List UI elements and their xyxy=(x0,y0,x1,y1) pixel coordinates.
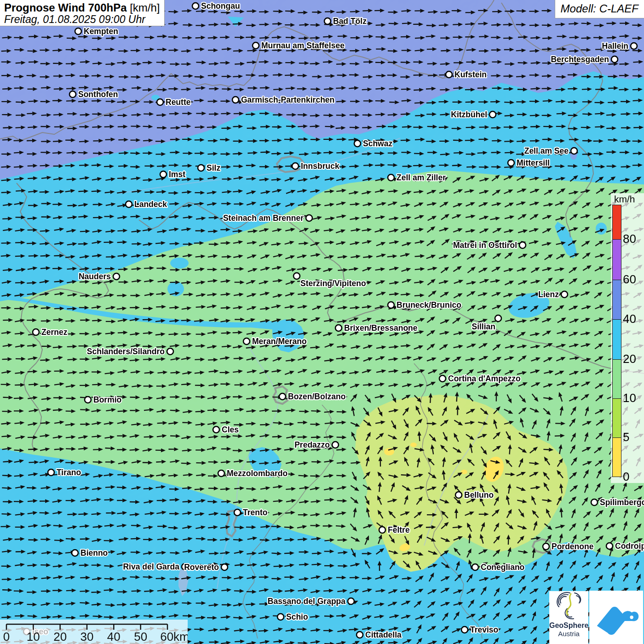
city-marker-murnau-am-staffelsee xyxy=(253,42,259,49)
city-marker-bassano-del-grappa xyxy=(348,598,354,604)
city-marker-sonthofen xyxy=(69,91,76,98)
city-marker-pordenone xyxy=(543,543,549,550)
city-label-pordenone: Pordenone xyxy=(552,542,594,551)
scalebar-label: 10 xyxy=(27,630,40,644)
city-label-predazzo: Predazzo xyxy=(294,440,330,449)
geosphere-wordmark: GeoSphere xyxy=(549,621,588,630)
city-marker-lienz xyxy=(561,291,568,298)
city-marker-conegliano xyxy=(472,564,478,570)
city-label-garmisch-partenkirchen: Garmisch-Partenkirchen xyxy=(241,95,334,104)
legend-band-60 xyxy=(612,239,621,280)
city-marker-trento xyxy=(234,509,241,516)
city-marker-feltre xyxy=(379,527,385,533)
city-label-codroipo: Codroipo xyxy=(615,541,644,551)
legend-band-40 xyxy=(612,280,621,319)
city-marker-bormio xyxy=(85,397,91,403)
city-marker-cles xyxy=(213,426,219,433)
city-marker-bozen-bolzano xyxy=(279,393,286,400)
city-label-zell-am-ziller: Zell am Ziller xyxy=(397,173,446,182)
city-marker-brixen-bressanone xyxy=(335,325,342,331)
city-label-murnau-am-staffelsee: Murnau am Staffelsee xyxy=(261,41,345,50)
city-label-lienz: Lienz xyxy=(538,290,559,299)
city-marker-schlanders-silandro xyxy=(167,348,173,355)
city-marker-kempten xyxy=(75,28,81,34)
city-label-kufstein: Kufstein xyxy=(454,70,487,79)
city-marker-silz xyxy=(198,165,204,171)
scalebar-label: 30 xyxy=(80,630,94,644)
city-label-sterzing-vipiteno: Sterzing/Vipiteno xyxy=(300,279,366,288)
legend-band-5 xyxy=(612,398,621,437)
city-label-kitzb-hel: Kitzbühel xyxy=(451,110,487,119)
scalebar-label: 0 xyxy=(3,630,10,644)
city-label-silz: Silz xyxy=(207,163,220,172)
scalebar-label: 60km xyxy=(160,630,188,644)
legend-tick-5: 5 xyxy=(623,430,629,444)
city-label-bad-t-lz: Bad Tölz xyxy=(333,17,367,26)
city-marker-berchtesgaden xyxy=(611,56,618,63)
city-label-schlanders-silandro: Schlanders/Silandro xyxy=(87,347,165,356)
legend-tick-80: 80 xyxy=(623,232,636,246)
city-label-brixen-bressanone: Brixen/Bressanone xyxy=(344,323,418,333)
city-label-matrei-in-osttirol: Matrei in Osttirol xyxy=(453,241,517,250)
city-label-berchtesgaden: Berchtesgaden xyxy=(551,55,609,64)
city-marker-landeck xyxy=(126,201,132,207)
city-label-steinach-am-brenner: Steinach am Brenner xyxy=(223,213,304,223)
city-label-landeck: Landeck xyxy=(134,200,167,209)
city-marker-mezzolombardo xyxy=(218,470,224,477)
city-marker-schio xyxy=(277,614,284,620)
legend: km/h 806040201050 xyxy=(611,193,644,483)
city-marker-kitzb-hel xyxy=(489,111,496,118)
city-label-cles: Cles xyxy=(222,425,239,434)
city-marker-cittadella xyxy=(356,632,363,638)
city-label-trento: Trento xyxy=(243,508,267,517)
city-label-feltre: Feltre xyxy=(388,525,410,535)
scalebar-label: 50 xyxy=(134,630,147,644)
distance-scale-ruler: 0102030405060km xyxy=(0,620,188,644)
legend-band-80 xyxy=(612,205,621,239)
city-label-treviso: Treviso xyxy=(470,625,498,634)
legend-band-0 xyxy=(612,437,621,477)
city-marker-bruneck-brunico xyxy=(388,302,394,308)
city-marker-steinach-am-brenner xyxy=(306,215,312,221)
city-marker-schwaz xyxy=(354,140,361,147)
city-label-tirano: Tirano xyxy=(57,468,81,477)
city-marker-imst xyxy=(160,171,167,178)
city-label-sonthofen: Sonthofen xyxy=(78,90,118,99)
city-marker-predazzo xyxy=(332,442,339,448)
city-label-schongau: Schongau xyxy=(201,1,240,11)
title-box: Prognose Wind 700hPa [km/h] Freitag, 01.… xyxy=(0,0,165,26)
forecast-datetime: Freitag, 01.08.2025 09:00 Uhr xyxy=(4,13,160,26)
geosphere-logo: GeoSphere Austria xyxy=(549,591,588,644)
city-label-meran-merano: Meran/Merano xyxy=(252,337,307,346)
city-marker-bienno xyxy=(72,550,78,556)
city-label-mezzolombardo: Mezzolombardo xyxy=(227,469,288,478)
city-marker-meran-merano xyxy=(243,338,250,345)
city-marker-nauders xyxy=(113,273,120,280)
city-label-kempten: Kempten xyxy=(84,27,118,36)
city-marker-zell-am-see xyxy=(571,148,577,154)
city-marker-schongau xyxy=(192,3,199,9)
city-marker-cortina-d-ampezzo xyxy=(439,375,446,382)
city-label-nauders: Nauders xyxy=(79,272,111,281)
city-marker-zell-am-ziller xyxy=(388,174,394,181)
city-label-imst: Imst xyxy=(169,170,185,179)
city-label-bassano-del-grappa: Bassano del Grappa xyxy=(268,597,345,606)
page-title: Prognose Wind 700hPa [km/h] xyxy=(4,1,160,14)
city-marker-garmisch-partenkirchen xyxy=(232,97,239,103)
city-marker-innsbruck xyxy=(292,163,299,169)
city-label-bormio: Bormio xyxy=(93,395,121,404)
city-marker-belluno xyxy=(455,492,462,498)
city-marker-sterzing-vipiteno xyxy=(293,273,300,279)
city-marker-treviso xyxy=(461,627,468,633)
weather-map-screenshot: SchongauBad TölzKemptenMurnau am Staffel… xyxy=(0,0,644,644)
mountain-cloud-icon xyxy=(589,591,643,644)
city-label-riva-del-garda: Riva del Garda xyxy=(123,562,179,571)
city-label-cortina-d-ampezzo: Cortina d'Ampezzo xyxy=(448,374,521,383)
scalebar-label: 20 xyxy=(53,630,67,644)
city-marker-hallein xyxy=(631,43,637,49)
legend-tick-10: 10 xyxy=(623,391,636,405)
city-label-bozen-bolzano: Bozen/Bolzano xyxy=(288,392,345,401)
city-label-schwaz: Schwaz xyxy=(363,139,392,148)
city-marker-tirano xyxy=(48,469,54,476)
city-marker-rovereto xyxy=(221,564,228,570)
